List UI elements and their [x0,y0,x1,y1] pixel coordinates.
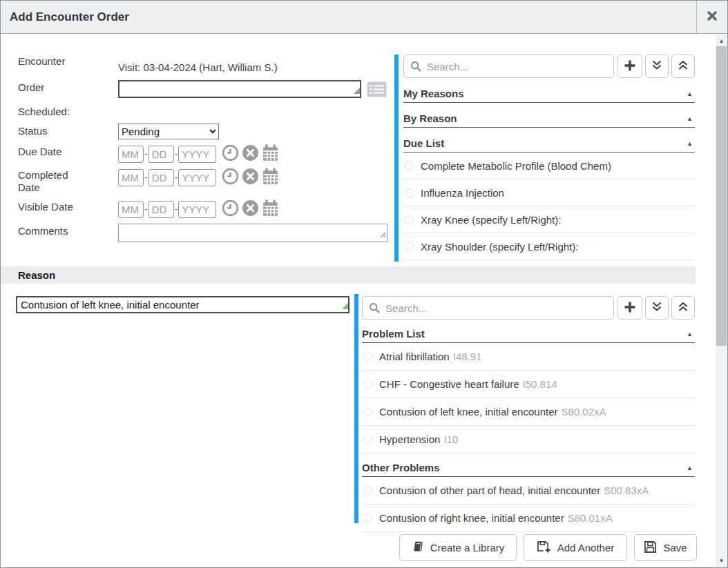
order-input[interactable] [118,80,361,98]
section-header-problem-list[interactable]: Problem List ▲ [362,325,695,343]
status-select[interactable]: Pending [118,124,219,139]
section-header-by-reason[interactable]: By Reason ▲ [403,110,695,128]
section-label: My Reasons [403,88,464,99]
completed-date-month-input[interactable] [118,169,144,186]
visible-date-calendar-button[interactable] [262,199,279,219]
radio-circle-icon [405,242,414,251]
visible-date-month-input[interactable] [118,201,144,218]
reasons-search-row [403,55,695,78]
scrollbar-up-arrow[interactable]: ▲ [716,35,727,46]
scrollbar-thumb[interactable] [716,46,727,346]
scheduled-label: Scheduled: [18,106,70,118]
comments-label: Comments [18,225,68,237]
create-library-button[interactable]: Create a Library [399,534,517,561]
due-date-month-input[interactable] [118,146,144,163]
visible-date-day-input[interactable] [149,201,174,218]
completed-date-label: Completed Date [18,169,87,194]
collapse-arrow-icon[interactable]: ▲ [687,331,695,337]
due-list-item[interactable]: Influenza Injection [403,179,695,206]
reasons-search-box [403,55,614,78]
section-label: Due List [403,137,444,149]
section-header-due-list[interactable]: Due List ▲ [403,135,695,153]
status-label: Status [18,125,48,137]
completed-date-clear-button[interactable] [242,168,259,187]
due-date-clear-button[interactable] [242,144,259,164]
reason-input[interactable]: Contusion of left knee, initial encounte… [16,296,349,313]
due-date-time-button[interactable] [222,144,239,164]
add-problem-button[interactable] [617,296,642,320]
reason-section-title: Reason [1,269,55,281]
problems-search-input[interactable] [362,296,614,320]
problem-list-item[interactable]: Contusion of other part of head, initial… [362,477,695,505]
visible-date-year-input[interactable] [178,201,216,218]
collapse-arrow-icon[interactable]: ▲ [687,464,695,471]
collapse-all-button[interactable] [671,55,695,78]
calendar-icon [262,168,279,187]
expand-all-button[interactable] [645,296,669,320]
completed-date-year-input[interactable] [178,169,216,186]
due-list-item[interactable]: Xray Knee (specify Left/Right): [403,206,695,233]
date-separator: - [175,204,178,215]
scrollbar-down-arrow[interactable]: ▼ [716,555,727,566]
item-code: S00.83xA [604,484,649,496]
section-header-other-problems[interactable]: Other Problems ▲ [362,459,695,477]
date-separator: - [144,204,148,215]
plus-icon [624,301,636,315]
radio-circle-icon [363,513,372,522]
chevrons-up-icon [678,302,688,314]
order-list-picker-button[interactable] [367,81,387,99]
due-list-item[interactable]: Complete Metabolic Profile (Blood Chem) [403,153,695,179]
due-date-calendar-button[interactable] [262,144,279,164]
collapse-arrow-icon[interactable]: ▲ [687,90,695,97]
problem-list-item[interactable]: Contusion of left knee, initial encounte… [362,398,695,426]
date-separator: - [144,172,148,183]
section-label: By Reason [403,112,457,124]
item-label: Contusion of right knee, initial encount… [379,512,613,524]
scrollbar: ▲ ▼ [716,34,727,567]
item-code: S80.01xA [568,512,613,524]
collapse-arrow-icon[interactable]: ▲ [687,115,695,122]
book-icon [412,540,424,555]
chevrons-up-icon [678,60,688,72]
calendar-icon [262,199,279,219]
completed-date-calendar-button[interactable] [262,168,279,187]
item-code: I48.91 [453,351,482,362]
plus-icon [624,59,636,74]
due-date-group: - - [118,144,279,164]
completed-date-day-input[interactable] [149,169,174,186]
expand-all-button[interactable] [645,55,669,78]
problem-list-item[interactable]: Atrial fibrillationI48.91 [362,343,695,371]
radio-circle-icon [363,486,372,495]
collapse-all-button[interactable] [671,296,695,320]
close-button[interactable] [696,1,727,33]
button-label: Save [663,542,687,554]
problem-list-item[interactable]: HypertensionI10 [362,426,695,453]
problems-search-row [362,296,695,320]
radio-circle-icon [363,407,372,416]
problem-list-item[interactable]: Contusion of right knee, initial encount… [362,505,695,532]
visible-date-time-button[interactable] [222,199,239,219]
reasons-search-input[interactable] [403,55,614,78]
add-another-button[interactable]: Add Another [524,534,627,561]
item-label: Contusion of left knee, initial encounte… [379,406,606,418]
due-date-year-input[interactable] [178,146,216,163]
due-date-day-input[interactable] [149,146,174,163]
item-label: Xray Shoulder (specify Left/Right): [421,241,578,253]
x-circle-icon [242,199,259,219]
add-reason-button[interactable] [617,55,642,78]
collapse-arrow-icon[interactable]: ▲ [687,140,695,147]
radio-circle-icon [405,161,414,170]
comments-input[interactable] [118,224,387,242]
completed-date-time-button[interactable] [222,168,239,187]
encounter-value: Visit: 03-04-2024 (Hart, William S.) [118,61,278,73]
visible-date-clear-button[interactable] [242,199,259,219]
item-label: Contusion of other part of head, initial… [379,484,649,496]
due-list-item[interactable]: Xray Shoulder (specify Left/Right): [403,233,695,260]
section-header-my-reasons[interactable]: My Reasons ▲ [403,85,695,103]
close-icon [707,10,718,23]
date-separator: - [144,148,148,159]
save-button[interactable]: Save [634,534,697,561]
problem-list-item[interactable]: CHF - Congestive heart failureI50.814 [362,371,695,398]
item-label: HypertensionI10 [379,433,458,445]
panel-accent-bar [354,294,358,523]
